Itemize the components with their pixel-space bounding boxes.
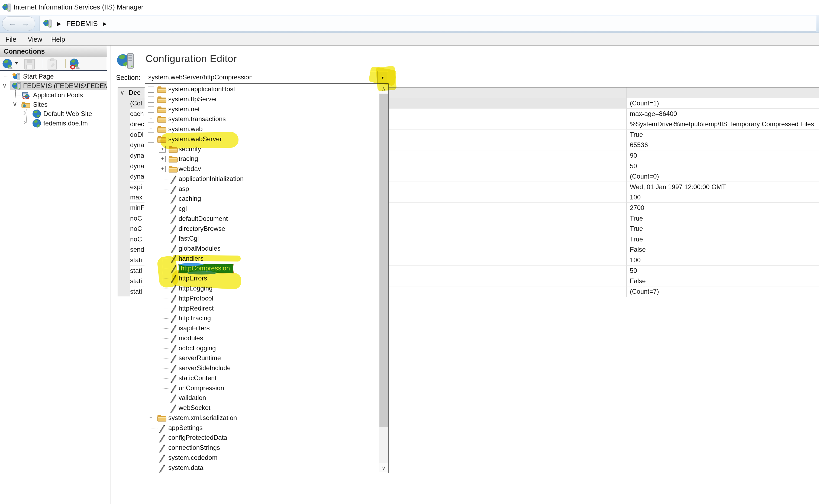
grid-row-value[interactable]: Wed, 01 Jan 1997 12:00:00 GMT [626, 182, 819, 192]
dropdown-item-system-transactions[interactable]: +system.transactions [145, 114, 378, 124]
dropdown-item-globalmodules[interactable]: globalModules [145, 244, 378, 254]
menu-item-view[interactable]: View [28, 35, 42, 43]
breadcrumb-arrow-icon[interactable]: ▶ [57, 21, 61, 27]
sidebar-item-fedemis-fedemis-fedemisa[interactable]: ∨FEDEMIS (FEDEMIS\FEDEMISA [0, 81, 107, 91]
dropdown-item-configprotecteddata[interactable]: configProtectedData [145, 433, 378, 443]
grid-row-value[interactable]: (Count=1) [626, 98, 819, 109]
dropdown-item-validation[interactable]: validation [145, 393, 378, 403]
back-arrow-icon[interactable]: ← [8, 19, 17, 28]
dropdown-item-system-codedom[interactable]: system.codedom [145, 453, 378, 463]
dropdown-item-applicationinitialization[interactable]: applicationInitialization [145, 174, 378, 184]
dropdown-item-label: system.codedom [168, 454, 217, 461]
grid-row-value[interactable]: (Count=0) [626, 171, 819, 182]
dropdown-item-modules[interactable]: modules [145, 334, 378, 344]
application-pools-icon [21, 91, 30, 100]
dropdown-item-fastcgi[interactable]: fastCgi [145, 234, 378, 244]
grid-row-value[interactable]: True [626, 130, 819, 140]
dropdown-item-httpprotocol[interactable]: httpProtocol [145, 294, 378, 304]
grid-row-value[interactable]: 90 [626, 150, 819, 161]
dropdown-item-httptracing[interactable]: httpTracing [145, 314, 378, 324]
address-bar[interactable]: ▶ FEDEMIS ▶ [40, 16, 816, 31]
dropdown-item-odbclogging[interactable]: odbcLogging [145, 344, 378, 354]
sidebar-item-default-web-site[interactable]: ›Default Web Site [0, 109, 107, 118]
dropdown-item-system-applicationhost[interactable]: +system.applicationHost [145, 85, 378, 95]
dropdown-item-asp[interactable]: asp [145, 184, 378, 194]
grid-row-value[interactable]: True [626, 234, 819, 245]
grid-row-value[interactable]: max-age=86400 [626, 109, 819, 119]
grid-row-value[interactable]: True [626, 213, 819, 224]
dropdown-item-system-xml-serialization[interactable]: +system.xml.serialization [145, 413, 378, 423]
grid-row-value[interactable]: %SystemDrive%\inetpub\temp\IIS Temporary… [626, 119, 819, 130]
scroll-down-icon[interactable]: ∨ [379, 463, 388, 473]
grid-row-value[interactable]: 2700 [626, 203, 819, 213]
grid-row-value[interactable]: False [626, 244, 819, 255]
chevron-right-icon[interactable]: › [23, 107, 26, 117]
menu-item-help[interactable]: Help [51, 35, 65, 43]
expand-icon[interactable]: + [148, 86, 154, 93]
sidebar-item-fedemis-doe-fm[interactable]: ›fedemis.doe.fm [0, 118, 107, 128]
folder-icon [157, 414, 167, 422]
grid-row-value[interactable]: 50 [626, 161, 819, 172]
sidebar-item-sites[interactable]: ∨Sites [0, 100, 107, 109]
expand-icon[interactable]: + [148, 106, 154, 113]
dropdown-item-system-data[interactable]: system.data [145, 463, 378, 473]
dropdown-item-directorybrowse[interactable]: directoryBrowse [145, 224, 378, 234]
chevron-down-icon[interactable] [15, 62, 18, 64]
clipboard-icon[interactable] [46, 58, 59, 69]
save-floppy-icon[interactable] [23, 58, 36, 69]
section-combobox[interactable]: system.webServer/httpCompression ▼ [145, 71, 388, 83]
panel-splitter[interactable] [107, 46, 107, 504]
grid-row-value[interactable]: 100 [626, 192, 819, 203]
dropdown-item-websocket[interactable]: webSocket [145, 403, 378, 413]
chevron-down-icon[interactable]: ∨ [2, 82, 7, 89]
dropdown-item-system-ftpserver[interactable]: +system.ftpServer [145, 95, 378, 105]
dropdown-item-connectionstrings[interactable]: connectionStrings [145, 443, 378, 453]
nav-buttons[interactable]: ← → [2, 16, 35, 31]
sidebar-item-application-pools[interactable]: Application Pools [0, 90, 107, 100]
expand-icon[interactable]: + [148, 415, 154, 421]
dropdown-item-httpredirect[interactable]: httpRedirect [145, 304, 378, 314]
grid-row-value[interactable]: (Count=7) [626, 286, 819, 297]
dropdown-item-system-net[interactable]: +system.net [145, 105, 378, 115]
expand-icon[interactable]: + [159, 166, 166, 172]
chevron-right-icon[interactable]: › [23, 117, 26, 127]
expand-icon[interactable]: + [159, 156, 166, 162]
dropdown-item-caching[interactable]: caching [145, 194, 378, 204]
scrollbar-thumb[interactable] [379, 94, 388, 427]
dropdown-item-serversideinclude[interactable]: serverSideInclude [145, 363, 378, 373]
dropdown-item-defaultdocument[interactable]: defaultDocument [145, 214, 378, 224]
expand-icon[interactable]: + [148, 126, 154, 133]
dropdown-item-webdav[interactable]: +webdav [145, 164, 378, 174]
grid-row-value[interactable]: 100 [626, 255, 819, 266]
dropdown-item-label: system.transactions [168, 115, 226, 123]
menu-item-file[interactable]: File [5, 35, 16, 43]
globe-connect-icon[interactable] [2, 58, 14, 69]
collapse-icon[interactable]: − [148, 136, 154, 143]
grid-row-value[interactable]: False [626, 276, 819, 286]
section-value[interactable]: system.webServer/httpCompression [148, 73, 253, 81]
highlighter-annotation [160, 132, 239, 149]
dropdown-item-cgi[interactable]: cgi [145, 204, 378, 214]
dropdown-scrollbar[interactable]: ∧ ∨ [379, 84, 388, 473]
forward-arrow-icon[interactable]: → [21, 19, 30, 28]
folder-icon [157, 95, 167, 104]
chevron-down-icon[interactable]: ∨ [12, 100, 17, 108]
tree-connector [162, 239, 169, 239]
panel-splitter[interactable] [111, 46, 111, 504]
expand-icon[interactable]: + [148, 96, 154, 103]
grid-row-value[interactable]: 50 [626, 266, 819, 276]
grid-row-value[interactable]: 65536 [626, 140, 819, 150]
globe-delete-icon[interactable] [69, 58, 81, 69]
dropdown-item-isapifilters[interactable]: isapiFilters [145, 324, 378, 334]
sidebar-item-start-page[interactable]: Start Page [0, 72, 107, 81]
dropdown-item-tracing[interactable]: +tracing [145, 154, 378, 164]
dropdown-item-serverruntime[interactable]: serverRuntime [145, 353, 378, 363]
breadcrumb-arrow-icon[interactable]: ▶ [103, 21, 107, 27]
dropdown-item-urlcompression[interactable]: urlCompression [145, 383, 378, 393]
chevron-down-icon[interactable]: ∨ [120, 89, 124, 96]
dropdown-item-appsettings[interactable]: appSettings [145, 423, 378, 433]
expand-icon[interactable]: + [148, 116, 154, 122]
dropdown-item-staticcontent[interactable]: staticContent [145, 373, 378, 383]
grid-row-value[interactable]: True [626, 224, 819, 234]
breadcrumb[interactable]: FEDEMIS [66, 20, 98, 28]
